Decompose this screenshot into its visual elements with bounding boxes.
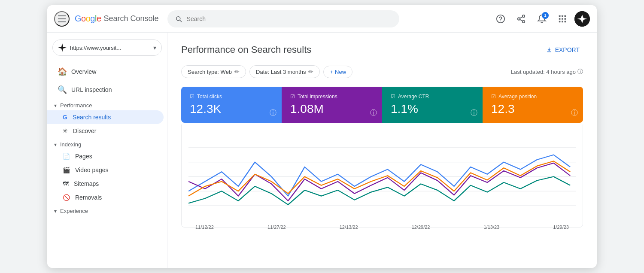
logo-area: Google Search Console: [75, 14, 159, 24]
apps-button[interactable]: [554, 10, 571, 27]
avatar[interactable]: [574, 11, 590, 27]
x-label-3: 12/29/22: [412, 224, 430, 230]
pages-icon: 📄: [63, 153, 70, 160]
google-g-icon: G: [63, 114, 67, 121]
main-content: Performance on Search results EXPORT Sea…: [167, 33, 597, 268]
sidebar-item-discover[interactable]: ✳ Discover: [47, 124, 164, 138]
page-title: Performance on Search results: [181, 44, 311, 55]
export-button[interactable]: EXPORT: [542, 43, 583, 57]
svg-point-4: [522, 20, 525, 22]
search-bar[interactable]: [167, 10, 399, 27]
sidebar-overview-label: Overview: [71, 68, 96, 75]
x-label-2: 12/13/22: [340, 224, 358, 230]
ctr-check-icon: ☑: [391, 94, 395, 100]
search-icon: [175, 15, 182, 23]
edit-search-type-icon: ✏: [234, 68, 240, 75]
sidebar-item-pages[interactable]: 📄 Pages: [47, 149, 164, 163]
chart-container: 11/12/22 11/27/22 12/13/22 12/29/22 1/13…: [181, 124, 583, 228]
metric-ctr-value: 1.1%: [391, 102, 474, 116]
metric-impressions-value: 1.08M: [290, 102, 374, 116]
google-logo: Google: [75, 14, 101, 24]
filter-search-type[interactable]: Search type: Web ✏: [181, 65, 246, 78]
sidebar-search-results-label: Search results: [73, 114, 111, 121]
edit-date-icon: ✏: [308, 68, 313, 75]
position-check-icon: ☑: [491, 94, 496, 100]
sidebar-item-removals[interactable]: 🚫 Removals: [47, 191, 164, 204]
metric-ctr-help-icon[interactable]: ⓘ: [471, 109, 477, 118]
svg-rect-12: [565, 18, 566, 20]
removals-icon: 🚫: [63, 194, 70, 201]
metric-impressions-help-icon[interactable]: ⓘ: [370, 109, 377, 118]
sidebar-section-indexing[interactable]: ▾ Indexing: [47, 138, 167, 149]
last-updated-help-icon: ⓘ: [577, 68, 583, 76]
metric-clicks-value: 12.3K: [190, 102, 273, 116]
x-label-1: 11/27/22: [267, 224, 286, 230]
sidebar-url-inspection-label: URL inspection: [71, 86, 112, 93]
share-icon: [516, 14, 526, 24]
svg-rect-9: [565, 15, 566, 17]
metric-card-impressions[interactable]: ☑ Total impressions 1.08M ⓘ: [282, 87, 382, 123]
video-pages-icon: 🎬: [63, 167, 70, 173]
svg-rect-8: [562, 15, 563, 17]
sidebar-item-video-pages[interactable]: 🎬 Video pages: [47, 163, 164, 177]
sidebar-sitemaps-label: Sitemaps: [74, 180, 99, 187]
plus-icon: +: [330, 69, 333, 75]
site-dropdown-arrow-icon: ▾: [153, 44, 156, 51]
discover-icon: ✳: [63, 127, 68, 134]
last-updated-text: Last updated: 4 hours ago: [511, 69, 576, 75]
share-button[interactable]: [513, 10, 530, 27]
x-label-4: 1/13/23: [484, 224, 500, 230]
site-url: https://www.yoursit...: [70, 45, 150, 51]
search-input[interactable]: [187, 15, 392, 22]
export-label: EXPORT: [555, 46, 580, 53]
sidebar: https://www.yoursit... ▾ 🏠 Overview 🔍 UR…: [47, 33, 167, 268]
metric-card-ctr[interactable]: ☑ Average CTR 1.1% ⓘ: [382, 87, 483, 123]
filter-date[interactable]: Date: Last 3 months ✏: [249, 65, 320, 78]
svg-line-6: [520, 16, 522, 18]
svg-point-2: [522, 15, 525, 17]
sidebar-removals-label: Removals: [75, 194, 102, 201]
sidebar-section-experience[interactable]: ▾ Experience: [47, 204, 167, 216]
svg-point-3: [518, 18, 520, 20]
svg-rect-15: [565, 21, 566, 22]
sidebar-discover-label: Discover: [73, 127, 96, 134]
notifications-button[interactable]: 1: [533, 10, 550, 27]
performance-collapse-icon: ▾: [54, 103, 57, 109]
avatar-icon: [574, 11, 590, 27]
magnify-icon: 🔍: [58, 85, 66, 94]
sidebar-indexing-label: Indexing: [60, 141, 81, 148]
home-icon: 🏠: [58, 67, 66, 76]
svg-rect-11: [562, 18, 563, 20]
site-favicon-icon: [58, 43, 67, 52]
metric-impressions-label: ☑ Total impressions: [290, 94, 374, 100]
metric-card-position[interactable]: ☑ Average position 12.3 ⓘ: [483, 87, 583, 123]
metric-card-clicks[interactable]: ☑ Total clicks 12.3K ⓘ: [181, 87, 282, 123]
menu-button[interactable]: [54, 11, 70, 27]
sidebar-item-sitemaps[interactable]: 🗺 Sitemaps: [47, 177, 164, 191]
metric-ctr-label: ☑ Average CTR: [391, 94, 474, 100]
sidebar-performance-label: Performance: [60, 102, 92, 109]
impressions-check-icon: ☑: [290, 94, 295, 100]
svg-rect-7: [559, 15, 561, 17]
metric-position-value: 12.3: [491, 102, 574, 116]
add-filter-button[interactable]: + New: [323, 66, 352, 78]
product-name: Search Console: [104, 14, 159, 23]
sidebar-video-pages-label: Video pages: [75, 167, 109, 173]
chart-x-axis: 11/12/22 11/27/22 12/13/22 12/29/22 1/13…: [188, 222, 576, 230]
svg-line-5: [520, 19, 522, 21]
sidebar-item-url-inspection[interactable]: 🔍 URL inspection: [47, 81, 164, 99]
svg-point-1: [500, 20, 501, 21]
sidebar-item-overview[interactable]: 🏠 Overview: [47, 63, 164, 81]
site-selector[interactable]: https://www.yoursit... ▾: [52, 39, 162, 56]
app-window: Google Search Console: [47, 5, 597, 268]
sidebar-item-search-results[interactable]: G Search results: [47, 110, 164, 124]
top-bar: Google Search Console: [47, 5, 597, 33]
help-button[interactable]: [492, 10, 509, 27]
x-label-0: 11/12/22: [195, 224, 214, 230]
sidebar-section-performance[interactable]: ▾ Performance: [47, 99, 167, 110]
notification-badge: 1: [542, 12, 549, 19]
sidebar-pages-label: Pages: [75, 153, 92, 160]
indexing-collapse-icon: ▾: [54, 142, 57, 148]
metric-clicks-help-icon[interactable]: ⓘ: [270, 109, 276, 118]
metric-position-help-icon[interactable]: ⓘ: [571, 109, 578, 118]
